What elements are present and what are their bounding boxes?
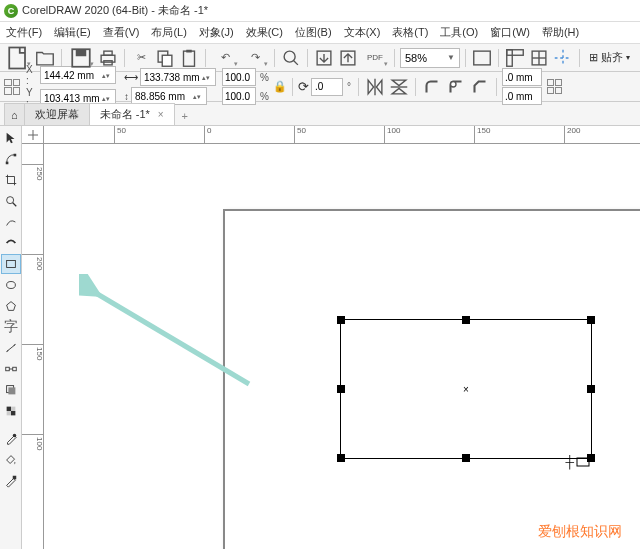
grid-button[interactable] [528, 47, 550, 69]
chamfer-corner-button[interactable] [469, 76, 491, 98]
zoom-level[interactable]: ▼ [400, 48, 460, 68]
freehand-tool[interactable] [1, 212, 21, 232]
close-tab-icon[interactable]: × [158, 109, 164, 120]
snap-icon: ⊞ [589, 51, 598, 64]
lock-ratio-icon[interactable]: 🔒 [273, 80, 287, 93]
svg-rect-49 [577, 458, 589, 466]
redo-button[interactable]: ↷ [241, 47, 269, 69]
corner-edit-icon[interactable] [547, 79, 562, 94]
document-tab[interactable]: 未命名 -1* × [89, 103, 175, 125]
artistic-media-tool[interactable] [1, 233, 21, 253]
width-input[interactable]: ▴▾ [140, 68, 216, 86]
window-title: CorelDRAW 2020 (64-Bit) - 未命名 -1* [22, 3, 208, 18]
svg-rect-15 [507, 49, 524, 55]
shape-tool[interactable] [1, 149, 21, 169]
resize-handle-tr[interactable] [587, 316, 595, 324]
svg-point-27 [6, 197, 13, 204]
save-button[interactable] [67, 47, 95, 69]
drop-shadow-tool[interactable] [1, 380, 21, 400]
horizontal-ruler[interactable]: 0 50 50 100 150 200 [44, 126, 640, 144]
resize-handle-bm[interactable] [462, 454, 470, 462]
parallel-dimension-tool[interactable] [1, 338, 21, 358]
welcome-tab[interactable]: 欢迎屏幕 [24, 103, 90, 125]
menu-layout[interactable]: 布局(L) [149, 25, 188, 40]
corner-radius-y[interactable] [502, 87, 542, 105]
search-button[interactable] [280, 47, 302, 69]
svg-rect-7 [162, 55, 172, 66]
selected-rectangle[interactable]: × [340, 319, 592, 459]
connector-tool[interactable] [1, 359, 21, 379]
publish-pdf-button[interactable]: PDF [361, 47, 389, 69]
resize-handle-tm[interactable] [462, 316, 470, 324]
scallop-corner-button[interactable] [445, 76, 467, 98]
menu-text[interactable]: 文本(X) [342, 25, 383, 40]
menu-view[interactable]: 查看(V) [101, 25, 142, 40]
crop-tool[interactable] [1, 170, 21, 190]
snap-to-button[interactable]: ⊞ 贴齐 ▾ [585, 50, 634, 65]
menu-table[interactable]: 表格(T) [390, 25, 430, 40]
menu-window[interactable]: 窗口(W) [488, 25, 532, 40]
zoom-input[interactable] [405, 52, 443, 64]
text-tool[interactable]: 字 [1, 317, 21, 337]
ruler-tick: 150 [22, 344, 44, 360]
new-button[interactable] [4, 47, 32, 69]
copy-button[interactable] [154, 47, 176, 69]
resize-handle-ml[interactable] [337, 385, 345, 393]
home-tab[interactable]: ⌂ [4, 103, 25, 125]
mirror-vertical-button[interactable] [388, 76, 410, 98]
object-origin-icon[interactable] [4, 79, 20, 95]
pick-tool[interactable] [1, 128, 21, 148]
menu-file[interactable]: 文件(F) [4, 25, 44, 40]
resize-handle-mr[interactable] [587, 385, 595, 393]
rotation-input[interactable] [311, 78, 343, 96]
svg-marker-31 [6, 302, 15, 311]
drawing-canvas[interactable]: × ┼ 爱刨根知识网 [44, 144, 640, 549]
separator [124, 49, 125, 67]
menu-edit[interactable]: 编辑(E) [52, 25, 93, 40]
cut-button[interactable]: ✂ [130, 47, 152, 69]
dropdown-icon[interactable]: ▼ [447, 53, 455, 62]
guides-button[interactable] [552, 47, 574, 69]
fullscreen-button[interactable] [471, 47, 493, 69]
menu-bitmap[interactable]: 位图(B) [293, 25, 334, 40]
svg-point-24 [450, 81, 456, 87]
ellipse-tool[interactable] [1, 275, 21, 295]
resize-handle-tl[interactable] [337, 316, 345, 324]
rectangle-tool[interactable] [1, 254, 21, 274]
zoom-tool[interactable] [1, 191, 21, 211]
rulers-button[interactable] [504, 47, 526, 69]
menu-object[interactable]: 对象(J) [197, 25, 236, 40]
svg-point-10 [284, 51, 295, 62]
polygon-tool[interactable] [1, 296, 21, 316]
menu-tools[interactable]: 工具(O) [438, 25, 480, 40]
percent-label: % [260, 72, 269, 83]
corner-radius-x[interactable] [502, 68, 542, 86]
resize-handle-bl[interactable] [337, 454, 345, 462]
tab-label: 欢迎屏幕 [35, 107, 79, 122]
paste-button[interactable] [178, 47, 200, 69]
scale-x-input[interactable] [222, 68, 256, 86]
canvas-area: 0 50 50 100 150 200 250 200 150 100 [22, 126, 640, 549]
tab-label: 未命名 -1* [100, 107, 150, 122]
add-tab-button[interactable]: + [176, 107, 194, 125]
document-tabs: ⌂ 欢迎屏幕 未命名 -1* × + [0, 102, 640, 126]
ruler-origin[interactable] [22, 126, 44, 144]
export-button[interactable] [337, 47, 359, 69]
vertical-ruler[interactable]: 250 200 150 100 [22, 144, 44, 549]
svg-line-28 [12, 203, 16, 207]
property-bar: X : ▴▾ Y : ▴▾ ⟷ ▴▾ ↕ ▴▾ % % 🔒 ⟳ ° [0, 72, 640, 102]
round-corner-button[interactable] [421, 76, 443, 98]
outline-tool[interactable] [1, 471, 21, 491]
eyedropper-tool[interactable] [1, 429, 21, 449]
menu-effects[interactable]: 效果(C) [244, 25, 285, 40]
import-button[interactable] [313, 47, 335, 69]
mirror-horizontal-button[interactable] [364, 76, 386, 98]
svg-rect-9 [186, 49, 192, 52]
toolbox: 字 [0, 126, 22, 549]
undo-button[interactable]: ↶ [211, 47, 239, 69]
menu-help[interactable]: 帮助(H) [540, 25, 581, 40]
scale-y-input[interactable] [222, 87, 256, 105]
snap-label: 贴齐 [601, 50, 623, 65]
transparency-tool[interactable] [1, 401, 21, 421]
interactive-fill-tool[interactable] [1, 450, 21, 470]
